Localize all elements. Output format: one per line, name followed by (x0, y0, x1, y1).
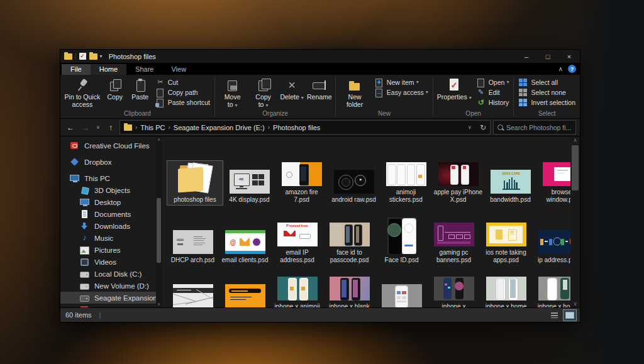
file-tile[interactable]: face id to passcode.psd (323, 221, 375, 266)
search-icon (497, 124, 503, 130)
sidebar-item-videos[interactable]: Videos (60, 256, 156, 268)
sidebar-item-3d-objects[interactable]: 3D Objects (60, 184, 156, 196)
file-tile[interactable]: apple pay iPhone X.psd (432, 160, 484, 206)
delete-button[interactable]: ×Delete▾ (279, 76, 306, 102)
sidebar-scrollbar[interactable]: ∧ ∨ (156, 136, 162, 307)
close-button[interactable]: × (558, 50, 580, 63)
sidebar-item-music[interactable]: ♪Music (60, 232, 156, 244)
scroll-down-icon[interactable]: ∨ (156, 302, 162, 307)
copy-to-button[interactable]: Copy to▾ (248, 76, 278, 109)
properties-button[interactable]: ✓Properties▾ (435, 76, 474, 102)
breadcrumb-this-pc[interactable]: This PC (140, 124, 165, 131)
file-name: face id to passcode.psd (325, 249, 374, 264)
thumbnails-view-button[interactable] (563, 309, 577, 321)
tab-view[interactable]: View (162, 64, 195, 75)
file-tile[interactable]: @email clients.psd (219, 228, 271, 266)
sidebar-item-pictures[interactable]: Pictures (60, 244, 156, 256)
button-label: Select all (531, 79, 558, 86)
content-scrollbar-thumb[interactable] (572, 145, 579, 190)
scroll-down-icon[interactable]: ∨ (570, 301, 580, 307)
qat-properties-icon[interactable]: ✓ (79, 53, 86, 60)
file-tile[interactable]: ip address.psd (532, 228, 570, 266)
ribbon-tab-bar: FileHomeShareView ∧ ? (60, 63, 580, 75)
file-tile[interactable]: ipconfig.psd (219, 282, 271, 307)
minimize-button[interactable]: – (516, 50, 537, 63)
qat-new-folder-icon[interactable] (89, 53, 97, 60)
pin-to-quick-access-button[interactable]: Pin to Quick access (62, 76, 103, 109)
tab-file[interactable]: File (62, 64, 91, 75)
tab-home[interactable]: Home (91, 64, 126, 75)
maximize-button[interactable]: □ (537, 50, 558, 63)
file-tile[interactable]: amazon fire 7.psd (275, 160, 328, 206)
file-tile[interactable]: iphone x blank lock screen.psd (323, 275, 375, 307)
help-icon[interactable]: ? (568, 65, 576, 73)
group-label: Clipboard (62, 109, 213, 118)
sidebar-item-this-pc[interactable]: This PC (60, 172, 156, 184)
breadcrumb[interactable]: ›This PC›Seagate Expansion Drive (E:)›Ph… (119, 120, 491, 135)
sidebar-item-dropbox[interactable]: Dropbox (60, 156, 156, 168)
scroll-up-icon[interactable]: ∧ (156, 137, 162, 142)
sidebar-item-downloads[interactable]: Downloads (60, 220, 156, 232)
file-tile[interactable]: 4K4K display.psd (223, 168, 275, 206)
file-tile[interactable]: →iphone x home screen.psd (532, 275, 570, 307)
sidebar-item-creative-cloud-files[interactable]: Creative Cloud Files (60, 140, 156, 152)
edit-button[interactable]: ✎Edit (475, 87, 511, 97)
forward-icon[interactable]: → (79, 123, 92, 132)
sidebar-item-seagate-expansion-drive-e[interactable]: Seagate Expansion Drive (E (60, 292, 156, 304)
new-item-button[interactable]: +New item▾ (373, 77, 430, 87)
new-folder-button[interactable]: New folder (338, 76, 372, 109)
paste-shortcut-button[interactable]: Paste shortcut (154, 97, 211, 107)
scroll-up-icon[interactable]: ∧ (570, 137, 580, 143)
file-tile[interactable]: iphone x charging.psd (428, 275, 480, 307)
copy-path-button[interactable]: Copy path (154, 87, 211, 97)
qat-customize-arrow-icon[interactable]: ▾ (100, 53, 103, 59)
file-tile[interactable]: DATA CAPSbandwidth.psd (484, 168, 536, 206)
paste-button[interactable]: Paste (128, 76, 153, 102)
collapse-ribbon-icon[interactable]: ∧ (558, 65, 563, 72)
file-thumbnail (225, 284, 265, 307)
open-button[interactable]: Open▾ (475, 77, 511, 87)
file-tile[interactable]: *android raw.psd (328, 168, 380, 206)
up-icon[interactable]: ↑ (104, 123, 117, 132)
cut-button[interactable]: ✂Cut (154, 77, 211, 87)
rename-button[interactable]: Rename (305, 76, 333, 102)
file-tile[interactable]: Received fromemail IP address.psd (271, 221, 323, 266)
details-view-icon (551, 312, 558, 318)
move-to-button[interactable]: Move to▾ (217, 76, 248, 109)
address-dropdown-icon[interactable]: ∨ (466, 124, 474, 130)
file-tile[interactable]: iphone x animoji stickers.psd (271, 275, 323, 307)
sidebar-item-documents[interactable]: Documents (60, 208, 156, 220)
breadcrumb-photoshop-files[interactable]: Photoshop files (273, 124, 320, 131)
file-tile[interactable]: iphone X cc.psd (375, 282, 428, 307)
select-none-button[interactable]: Select none (517, 87, 577, 97)
file-tile[interactable]: animoji stickers.psd (380, 160, 432, 206)
back-icon[interactable]: ← (64, 123, 77, 132)
sidebar-item-new-volume-d[interactable]: New Volume (D:) (60, 280, 156, 292)
file-tile[interactable]: iphone x home button.psd (480, 275, 532, 307)
refresh-icon[interactable]: ↻ (480, 123, 486, 132)
file-tile[interactable]: IP.psd (167, 282, 219, 307)
file-tile[interactable]: Face ID.psd (375, 216, 428, 266)
title-bar[interactable]: | ✓ ▾ Photoshop files – □ × (60, 50, 580, 63)
file-tile[interactable]: DHCP arch.psd (167, 228, 219, 266)
sidebar-item-local-disk-c[interactable]: Local Disk (C:) (60, 268, 156, 280)
content-scrollbar[interactable]: ∧ ∨ (570, 136, 580, 307)
easy-access-button[interactable]: →Easy access▾ (373, 87, 430, 97)
search-input[interactable]: Search Photoshop fi... (493, 120, 576, 135)
folder-tile[interactable]: photoshop files (167, 160, 223, 206)
file-row: photoshop files4K4K display.psdamazon fi… (162, 140, 570, 206)
invert-selection-button[interactable]: Invert selection (517, 97, 577, 107)
history-icon: ↺ (476, 98, 486, 107)
recent-locations-icon[interactable]: ∨ (94, 124, 102, 130)
sidebar-scrollbar-thumb[interactable] (157, 198, 161, 263)
file-tile[interactable]: gaming pc banners.psd (428, 221, 480, 266)
file-tile[interactable]: browser window.psd (536, 160, 570, 206)
breadcrumb-seagate-expansion-drive-e[interactable]: Seagate Expansion Drive (E:) (174, 124, 265, 131)
sidebar-item-desktop[interactable]: Desktop (60, 196, 156, 208)
copy-button[interactable]: Copy (103, 76, 128, 102)
file-tile[interactable]: ios note taking apps.psd (480, 221, 532, 266)
select-all-button[interactable]: Select all (517, 77, 577, 87)
tab-share[interactable]: Share (126, 64, 162, 75)
details-view-button[interactable] (547, 309, 561, 321)
history-button[interactable]: ↺History (475, 97, 511, 107)
